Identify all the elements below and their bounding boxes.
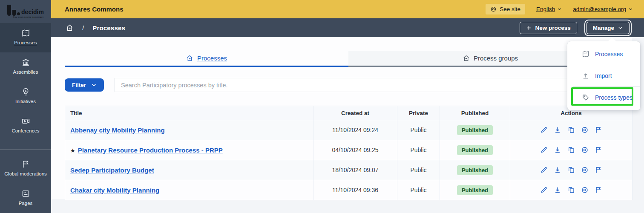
page-icon xyxy=(21,189,30,198)
process-title-link[interactable]: Planetary Resource Production Process - … xyxy=(78,147,223,154)
sidebar-item-label: Processes xyxy=(14,40,37,46)
sidebar-item-label: Initiatives xyxy=(15,99,36,105)
tab-label: Process groups xyxy=(474,55,518,62)
flag-icon[interactable] xyxy=(595,146,602,154)
menu-item-label: Import xyxy=(595,72,612,79)
process-title-link[interactable]: Abbenay city Mobility Planning xyxy=(70,127,165,134)
download-icon[interactable] xyxy=(554,186,561,194)
sidebar-item-label: Pages xyxy=(19,201,33,207)
flag-icon[interactable] xyxy=(595,166,602,174)
column-header-private: Private xyxy=(397,106,440,120)
duplicate-icon[interactable] xyxy=(567,186,575,194)
decidim-logo-word: decidim xyxy=(21,9,44,15)
column-header-title: Title xyxy=(65,106,313,120)
breadcrumb-bar: / Processes New process Manage xyxy=(51,18,644,37)
published-badge: Published xyxy=(457,145,493,155)
duplicate-icon[interactable] xyxy=(567,146,575,154)
edit-icon[interactable] xyxy=(540,126,548,134)
edit-icon[interactable] xyxy=(540,166,548,174)
duplicate-icon[interactable] xyxy=(567,126,575,134)
manage-label: Manage xyxy=(593,25,614,31)
preview-icon[interactable] xyxy=(581,186,589,194)
main-content: Processes Process groups Filter Title Cr… xyxy=(51,37,632,199)
preview-icon[interactable] xyxy=(581,166,589,174)
tab-processes[interactable]: Processes xyxy=(65,51,348,67)
sidebar-item-global-moderations[interactable]: Global moderations xyxy=(0,154,51,184)
topbar: Annares Commons See site English admin@e… xyxy=(51,0,644,18)
menu-item-import[interactable]: Import xyxy=(567,65,640,86)
see-site-label: See site xyxy=(500,6,520,12)
edit-icon[interactable] xyxy=(540,186,548,194)
sidebar-divider xyxy=(0,150,51,150)
breadcrumb-separator: / xyxy=(82,24,84,32)
filter-button[interactable]: Filter xyxy=(65,78,104,92)
manage-button[interactable]: Manage xyxy=(586,22,630,34)
table-row: ★Planetary Resource Production Process -… xyxy=(65,140,632,160)
chevron-down-icon xyxy=(618,25,623,31)
see-site-button[interactable]: See site xyxy=(486,4,525,14)
new-process-label: New process xyxy=(535,25,570,31)
admin-sidebar: decidim free open-source democracy Proce… xyxy=(0,0,51,213)
preview-icon[interactable] xyxy=(581,126,589,134)
filter-row: Filter xyxy=(65,78,632,92)
sidebar-item-conferences[interactable]: Conferences xyxy=(0,111,51,141)
download-icon[interactable] xyxy=(554,146,561,154)
table-row: Abbenay city Mobility Planning 11/10/202… xyxy=(65,120,632,140)
language-dropdown[interactable]: English xyxy=(536,6,562,12)
flag-icon[interactable] xyxy=(595,126,602,134)
menu-item-process-types[interactable]: Process types xyxy=(567,87,640,108)
breadcrumb-current: Processes xyxy=(92,24,125,32)
manage-dropdown-menu: Processes Import Process types xyxy=(567,41,640,110)
tab-bar: Processes Process groups xyxy=(65,51,632,67)
published-badge: Published xyxy=(457,185,493,195)
sidebar-item-pages[interactable]: Pages xyxy=(0,184,51,213)
column-header-created-at: Created at xyxy=(313,106,397,120)
sidebar-item-processes[interactable]: Processes xyxy=(0,23,51,52)
decidim-logo[interactable]: decidim free open-source democracy xyxy=(0,0,51,23)
flag-icon xyxy=(21,160,30,169)
sidebar-item-label: Global moderations xyxy=(4,171,47,177)
sidebar-item-label: Assemblies xyxy=(13,69,38,75)
bank-icon xyxy=(21,58,30,67)
upload-icon xyxy=(582,72,589,80)
created-at-cell: 04/10/2024 09:25 xyxy=(313,140,397,160)
created-at-cell: 18/10/2024 09:07 xyxy=(313,160,397,180)
filter-label: Filter xyxy=(72,82,86,88)
process-title-link[interactable]: Chakar city Mobility Planning xyxy=(70,187,159,194)
private-cell: Public xyxy=(397,140,440,160)
process-title-link[interactable]: Sedep Participatory Budget xyxy=(70,167,154,174)
new-process-button[interactable]: New process xyxy=(520,22,577,34)
sidebar-item-initiatives[interactable]: Initiatives xyxy=(0,82,51,111)
search-input[interactable] xyxy=(114,78,632,92)
lightbulb-icon xyxy=(21,87,30,96)
published-badge: Published xyxy=(457,125,493,135)
chevron-down-icon xyxy=(91,82,97,88)
account-label: admin@example.org xyxy=(573,6,626,12)
created-at-cell: 11/10/2024 09:36 xyxy=(313,180,397,200)
home-button[interactable] xyxy=(66,24,74,32)
edit-icon[interactable] xyxy=(540,146,548,154)
table-header-row: Title Created at Private Published Actio… xyxy=(65,106,632,120)
decidim-logo-tagline: free open-source democracy xyxy=(13,16,43,18)
sidebar-item-assemblies[interactable]: Assemblies xyxy=(0,52,51,82)
menu-item-label: Processes xyxy=(595,51,623,58)
preview-icon[interactable] xyxy=(581,146,589,154)
download-icon[interactable] xyxy=(554,126,561,134)
video-icon xyxy=(21,117,30,126)
table-row: Sedep Participatory Budget 18/10/2024 09… xyxy=(65,160,632,180)
decidim-logo-mark: decidim xyxy=(7,5,44,16)
map-icon xyxy=(21,29,30,37)
flag-icon[interactable] xyxy=(595,186,602,194)
table-row: Chakar city Mobility Planning 11/10/2024… xyxy=(65,180,632,200)
home-icon xyxy=(463,55,470,62)
account-dropdown[interactable]: admin@example.org xyxy=(573,6,633,12)
menu-item-label: Process types xyxy=(595,94,632,101)
dropdown-caret xyxy=(608,37,616,41)
private-cell: Public xyxy=(397,120,440,140)
download-icon[interactable] xyxy=(554,166,561,174)
published-badge: Published xyxy=(457,165,493,175)
menu-item-processes[interactable]: Processes xyxy=(567,43,640,65)
private-cell: Public xyxy=(397,160,440,180)
chevron-down-icon xyxy=(628,7,633,12)
duplicate-icon[interactable] xyxy=(567,166,575,174)
